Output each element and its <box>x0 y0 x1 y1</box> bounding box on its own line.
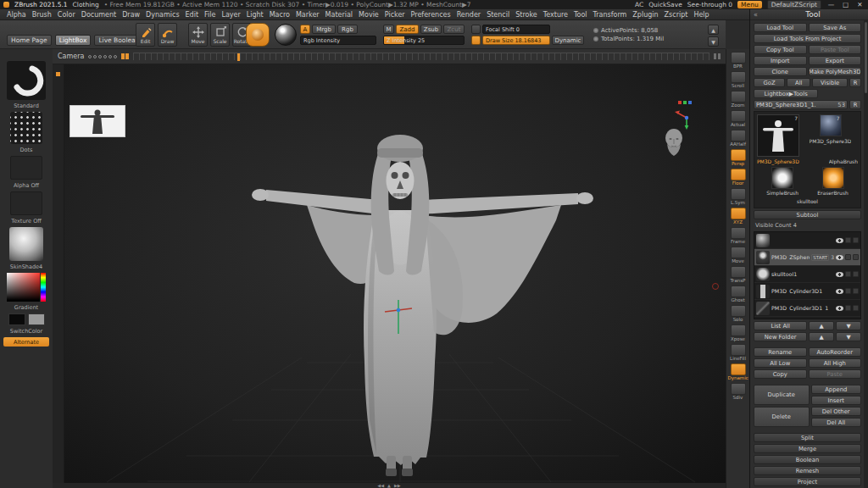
focal-shift-slider[interactable]: Focal Shift 0 <box>482 25 550 34</box>
subtool-row[interactable]: skulltool1 <box>754 266 860 283</box>
subtool-section-button[interactable]: Boolean <box>754 455 861 464</box>
menu-item[interactable]: Movie <box>356 11 381 19</box>
collapse-icon[interactable]: « <box>754 9 758 20</box>
menu-item[interactable]: Texture <box>541 11 570 19</box>
secondary-color-swatch[interactable] <box>28 313 45 325</box>
rename-button[interactable]: Rename <box>754 347 807 357</box>
make-polymesh3d-button[interactable]: Make PolyMesh3D <box>809 67 862 76</box>
goz-all-button[interactable]: All <box>787 78 810 87</box>
tool-panel-header[interactable]: « Tool <box>750 9 868 20</box>
folder-up-button[interactable]: ▲ <box>809 332 834 341</box>
load-tool-button[interactable]: Load Tool <box>754 23 807 32</box>
right-shelf-button[interactable]: Dynamic <box>728 363 748 381</box>
rgb-button[interactable]: Rgb <box>337 25 358 34</box>
folder-icon[interactable] <box>853 305 859 311</box>
zcut-button[interactable]: Zcut <box>443 25 465 34</box>
lightbox-button[interactable]: LightBox <box>55 35 92 46</box>
right-shelf-button[interactable]: XYZ <box>728 208 748 225</box>
folder-down-button[interactable]: ▼ <box>836 332 861 341</box>
scrollbar-thumb[interactable] <box>865 22 867 93</box>
mrgb-button[interactable]: Mrgb <box>312 25 336 34</box>
dynamic-button[interactable]: Dynamic <box>552 36 584 45</box>
clone-button[interactable]: Clone <box>754 67 807 76</box>
polypaint-icon[interactable] <box>845 305 851 311</box>
menu-item[interactable]: Alpha <box>4 11 29 19</box>
document-preview-thumbnail[interactable] <box>70 105 125 137</box>
stroke-thumbnail-dots[interactable] <box>10 112 42 144</box>
menu-item[interactable]: Light <box>244 11 266 19</box>
tool-panel-scrollbar[interactable] <box>864 20 868 488</box>
home-page-button[interactable]: Home Page <box>7 35 52 46</box>
menu-item[interactable]: Material <box>323 11 356 19</box>
menu-item[interactable]: Brush <box>30 11 54 19</box>
folder-icon[interactable] <box>853 254 859 260</box>
duplicate-button[interactable]: Duplicate <box>754 385 810 405</box>
insert-button[interactable]: Insert <box>811 396 862 405</box>
maximize-button[interactable]: □ <box>841 1 850 8</box>
stepper-down-button[interactable]: ▼ <box>708 36 719 47</box>
folder-icon[interactable] <box>853 237 859 243</box>
menu-item[interactable]: Document <box>79 11 119 19</box>
del-all-button[interactable]: Del All <box>811 418 862 427</box>
delete-button[interactable]: Delete <box>754 407 810 427</box>
draw-size-slider[interactable]: Draw Size 18.16843 <box>482 36 550 45</box>
texture-thumbnail[interactable] <box>10 191 42 215</box>
primary-color-swatch[interactable] <box>8 313 25 325</box>
right-shelf-button[interactable]: Persp <box>728 149 748 167</box>
lightbox-tools-button[interactable]: Lightbox▶Tools <box>754 89 818 98</box>
new-folder-button[interactable]: New Folder <box>754 332 807 341</box>
menu-item[interactable]: Color <box>55 11 78 19</box>
z-intensity-slider[interactable]: Z Intensity 25 <box>383 36 465 45</box>
polypaint-icon[interactable] <box>845 271 851 277</box>
timeline-playhead[interactable] <box>237 53 240 61</box>
alpha-thumbnail[interactable] <box>10 156 42 180</box>
visibility-eye-icon[interactable] <box>836 238 843 243</box>
quick-pick-head-thumbnail[interactable] <box>661 127 687 163</box>
alternate-button[interactable]: Alternate <box>3 337 49 347</box>
menu-item[interactable]: Preferences <box>409 11 453 19</box>
import-button[interactable]: Import <box>754 56 807 65</box>
subtool-row[interactable] <box>754 232 860 249</box>
right-shelf-button[interactable]: Ghost <box>728 286 748 303</box>
active-tool-thumbnail[interactable]: 7 <box>757 114 799 157</box>
menu-item[interactable]: Marker <box>293 11 322 19</box>
folder-icon[interactable] <box>853 288 859 294</box>
all-low-button[interactable]: All Low <box>754 358 807 368</box>
rgb-intensity-slider[interactable]: Rgb Intensity <box>300 36 376 45</box>
right-shelf-button[interactable]: L.Sym <box>728 188 748 206</box>
visibility-eye-icon[interactable] <box>836 306 843 311</box>
subtool-down-button[interactable]: ▼ <box>836 321 861 330</box>
del-other-button[interactable]: Del Other <box>811 407 862 416</box>
paint-a-button[interactable]: A <box>300 25 310 34</box>
right-shelf-button[interactable]: Actual <box>728 110 748 128</box>
menu-item[interactable]: Picker <box>382 11 408 19</box>
right-shelf-button[interactable]: Move <box>728 247 748 264</box>
scroll-up-icon[interactable]: ▲ <box>387 484 391 488</box>
subtool-row[interactable]: PM3D_ZSphere_1 START 3 <box>754 249 860 266</box>
right-shelf-button[interactable]: Floor <box>728 169 748 186</box>
gradient-button[interactable]: Gradient <box>14 304 38 311</box>
see-through-slider[interactable]: See-through 0 <box>687 1 732 8</box>
right-shelf-button[interactable]: Frame <box>728 227 748 245</box>
visibility-eye-icon[interactable] <box>836 289 843 294</box>
tool-r-button[interactable]: R <box>849 100 861 109</box>
copy-subtool-button[interactable]: Copy <box>754 369 807 379</box>
polypaint-icon[interactable] <box>845 254 851 260</box>
load-tools-from-project-button[interactable]: Load Tools From Project <box>754 34 861 43</box>
polypaint-icon[interactable] <box>845 288 851 294</box>
right-shelf-button[interactable]: BPR <box>728 52 748 69</box>
folder-icon[interactable] <box>853 271 859 277</box>
menu-item[interactable]: File <box>202 11 218 19</box>
tool-thumbnail-sphere[interactable]: 7 <box>820 114 842 136</box>
saturation-value-area[interactable] <box>7 273 40 302</box>
menu-item[interactable]: Draw <box>120 11 142 19</box>
right-shelf-button[interactable]: Zoom <box>728 91 748 108</box>
subtool-row[interactable]: PM3D_Cylinder3D1 <box>754 283 860 300</box>
zadd-button[interactable]: Zadd <box>396 25 419 34</box>
goz-visible-button[interactable]: Visible <box>812 78 848 87</box>
list-all-button[interactable]: List All <box>754 321 807 330</box>
default-zscript-button[interactable]: DefaultZScript <box>767 0 821 9</box>
current-material-button[interactable] <box>275 24 297 46</box>
all-high-button[interactable]: All High <box>809 358 862 368</box>
move-mode-button[interactable]: Move <box>188 23 208 47</box>
